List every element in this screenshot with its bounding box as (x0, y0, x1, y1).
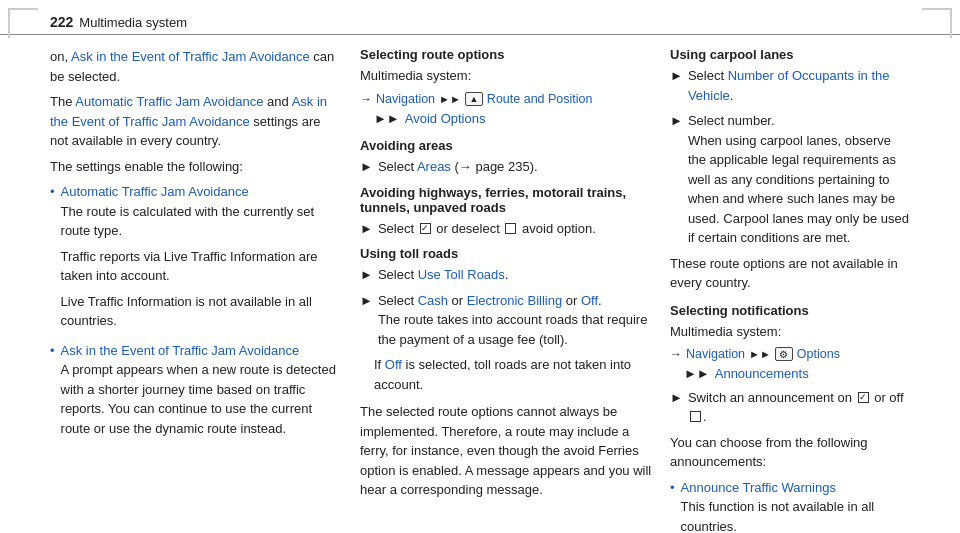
announcements-list: Announce Traffic Warnings This function … (670, 478, 910, 534)
nav-options-link[interactable]: Options (797, 347, 840, 361)
link-traffic-warnings[interactable]: Announce Traffic Warnings (681, 480, 836, 495)
link-electronic[interactable]: Electronic Billing (467, 293, 562, 308)
avoid-areas-item: ► Select Areas (→ page 235). (360, 157, 652, 177)
checkbox-checked (420, 223, 431, 234)
heading-avoiding-highways: Avoiding highways, ferries, motorail tra… (360, 185, 652, 215)
nav-line-route: → Navigation ►► ▲ Route and Position (360, 92, 652, 106)
toll-step1-text: Select Use Toll Roads. (378, 265, 509, 285)
arrow-icon-hwy: ► (360, 219, 373, 239)
link-auto-jam[interactable]: Automatic Traffic Jam Avoidance (75, 94, 263, 109)
heading-avoiding-areas: Avoiding areas (360, 138, 652, 153)
nav-navigation-link-2[interactable]: Navigation (686, 347, 745, 361)
ask-item-content: Ask in the Event of Traffic Jam Avoidanc… (61, 341, 342, 445)
carpool-step1-text: Select Number of Occupants in the Vehicl… (688, 66, 910, 105)
carpool-step2-text: Select number. When using carpool lanes,… (688, 111, 910, 248)
auto-desc2: Traffic reports via Live Traffic Informa… (61, 247, 342, 286)
nav-line-notif: → Navigation ►► ⚙ Options (670, 347, 910, 361)
traffic-warnings-desc: This function is not available in all co… (681, 497, 910, 533)
arrow-icon-toll2: ► (360, 291, 373, 311)
nav-navigation-link[interactable]: Navigation (376, 92, 435, 106)
link-cash[interactable]: Cash (418, 293, 448, 308)
auto-item-content: Automatic Traffic Jam Avoidance The rout… (61, 182, 342, 337)
page-title: Multimedia system (79, 15, 187, 30)
checkbox-unchecked (505, 223, 516, 234)
link-off-1[interactable]: Off (581, 293, 598, 308)
avoid-highways-item: ► Select or deselect avoid option. (360, 219, 652, 239)
link-areas[interactable]: Areas (417, 159, 451, 174)
route-subtitle: Multimedia system: (360, 66, 652, 86)
announce-traffic-content: Announce Traffic Warnings This function … (681, 478, 910, 534)
left-column: on, Ask in the Event of Traffic Jam Avoi… (50, 47, 360, 533)
announce-traffic: Announce Traffic Warnings This function … (670, 478, 910, 534)
heading-notifications: Selecting notifications (670, 303, 910, 318)
announcements-link[interactable]: Announcements (715, 364, 809, 384)
avoid-options-line: ►► Avoid Options (374, 109, 652, 129)
sub-arrow-avoid: ►► (374, 109, 400, 129)
intro-p3: The settings enable the following: (50, 157, 342, 177)
intro-p2: The Automatic Traffic Jam Avoidance and … (50, 92, 342, 151)
nav-arrow-1: ►► (439, 93, 461, 105)
link-auto-jam-2[interactable]: Automatic Traffic Jam Avoidance (61, 184, 249, 199)
toll-step3: If Off is selected, toll roads are not t… (374, 355, 652, 394)
arrow-icon-areas: ► (360, 157, 373, 177)
route-note: These route options are not available in… (670, 254, 910, 293)
toll-step2-text: Select Cash or Electronic Billing or Off… (378, 291, 652, 350)
nav-route-link[interactable]: Route and Position (487, 92, 593, 106)
switch-item: ► Switch an announcement on or off . (670, 388, 910, 427)
switch-text: Switch an announcement on or off . (688, 388, 910, 427)
announcements-line: ►► Announcements (684, 364, 910, 384)
nav-dash-notif: → (670, 347, 682, 361)
arrow-icon-switch: ► (670, 388, 683, 408)
nav-map-icon: ▲ (465, 92, 483, 106)
page-wrapper: 222 Multimedia system on, Ask in the Eve… (0, 0, 960, 533)
avoid-areas-text: Select Areas (→ page 235). (378, 157, 538, 177)
avoid-hwy-text: Select or deselect avoid option. (378, 219, 596, 239)
toll-step2-desc: The route takes into account roads that … (378, 312, 648, 347)
nav-settings-icon: ⚙ (775, 347, 793, 361)
mid-column: Selecting route options Multimedia syste… (360, 47, 670, 533)
choice-intro: You can choose from the following announ… (670, 433, 910, 472)
right-column: Using carpool lanes ► Select Number of O… (670, 47, 910, 533)
settings-list: Automatic Traffic Jam Avoidance The rout… (50, 182, 342, 444)
heading-selecting-route: Selecting route options (360, 47, 652, 62)
link-ask-event-3[interactable]: Ask in the Event of Traffic Jam Avoidanc… (61, 343, 300, 358)
toll-step2: ► Select Cash or Electronic Billing or O… (360, 291, 652, 350)
route-footer: The selected route options cannot always… (360, 402, 652, 500)
toll-step1: ► Select Use Toll Roads. (360, 265, 652, 285)
toll-step3-desc: is selected, toll roads are not taken in… (374, 357, 631, 392)
intro-p1: on, Ask in the Event of Traffic Jam Avoi… (50, 47, 342, 86)
sub-arrow-announce: ►► (684, 364, 710, 384)
auto-desc3: Live Traffic Information is not availabl… (61, 292, 342, 331)
link-toll-roads[interactable]: Use Toll Roads (418, 267, 505, 282)
corner-tr (922, 8, 952, 38)
list-item-ask: Ask in the Event of Traffic Jam Avoidanc… (50, 341, 342, 445)
notif-subtitle: Multimedia system: (670, 322, 910, 342)
arrow-icon-carpool2: ► (670, 111, 683, 131)
nav-dash-icon: → (360, 92, 372, 106)
nav-arrow-notif: ►► (749, 348, 771, 360)
link-occupants[interactable]: Number of Occupants in the Vehicle (688, 68, 890, 103)
carpool-step2: ► Select number. When using carpool lane… (670, 111, 910, 248)
page-number: 222 (50, 14, 73, 30)
link-ask-event-1[interactable]: Ask in the Event of Traffic Jam Avoidanc… (71, 49, 310, 64)
corner-tl (8, 8, 38, 38)
carpool-step2-desc: When using carpool lanes, observe the ap… (688, 133, 909, 246)
page-header: 222 Multimedia system (0, 0, 960, 35)
carpool-step1: ► Select Number of Occupants in the Vehi… (670, 66, 910, 105)
arrow-icon-toll1: ► (360, 265, 373, 285)
heading-toll: Using toll roads (360, 246, 652, 261)
heading-carpool: Using carpool lanes (670, 47, 910, 62)
checkbox-switch-on (858, 392, 869, 403)
avoid-options-link[interactable]: Avoid Options (405, 109, 486, 129)
ask-desc: A prompt appears when a new route is det… (61, 360, 342, 438)
main-content: on, Ask in the Event of Traffic Jam Avoi… (0, 35, 960, 533)
list-item-auto: Automatic Traffic Jam Avoidance The rout… (50, 182, 342, 337)
arrow-icon-carpool1: ► (670, 66, 683, 86)
checkbox-switch-off (690, 411, 701, 422)
link-off-2[interactable]: Off (385, 357, 402, 372)
auto-desc1: The route is calculated with the current… (61, 202, 342, 241)
